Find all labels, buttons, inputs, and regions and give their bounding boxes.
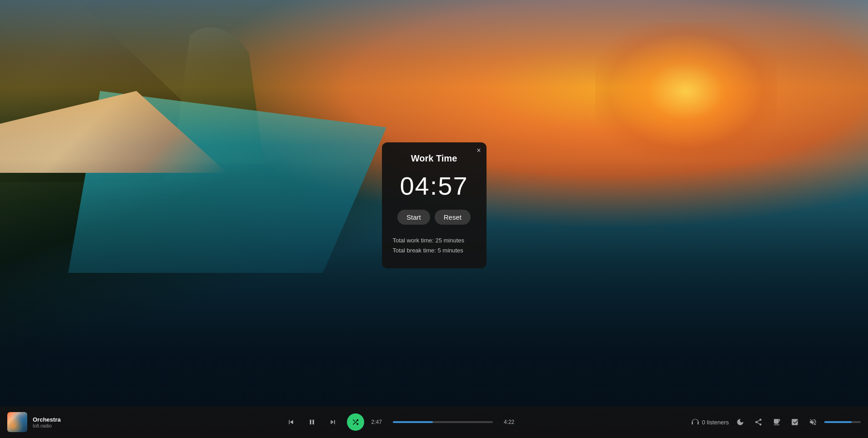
player-center: 2:47 4:22 xyxy=(107,413,691,431)
coffee-button[interactable] xyxy=(770,416,783,428)
listeners-count: 0 listeners xyxy=(702,419,729,426)
controls-row: 2:47 4:22 xyxy=(284,413,515,431)
track-text: Orchestra lofi.radio xyxy=(33,416,60,428)
track-source: lofi.radio xyxy=(33,423,60,428)
start-button[interactable]: Start xyxy=(397,210,430,225)
pause-button[interactable] xyxy=(305,416,319,428)
volume-bar[interactable] xyxy=(824,421,861,423)
track-name: Orchestra xyxy=(33,416,60,423)
work-timer-modal: × Work Time 04:57 Start Reset Total work… xyxy=(382,142,487,268)
timer-display: 04:57 xyxy=(393,171,476,201)
mute-button[interactable] xyxy=(806,416,820,428)
player-right: 0 listeners xyxy=(691,416,861,428)
shuffle-button[interactable] xyxy=(347,413,364,431)
reset-button[interactable]: Reset xyxy=(435,210,471,225)
modal-close-button[interactable]: × xyxy=(477,147,481,154)
forward-button[interactable] xyxy=(326,416,340,428)
album-art xyxy=(7,412,27,432)
progress-bar-fill xyxy=(393,421,433,423)
time-elapsed: 2:47 xyxy=(371,419,382,425)
total-work-time: Total work time: 25 minutes xyxy=(393,236,476,246)
sunset-glow xyxy=(595,23,777,159)
timer-button[interactable] xyxy=(788,416,802,428)
timer-buttons: Start Reset xyxy=(393,210,476,225)
progress-bar[interactable] xyxy=(393,421,493,423)
time-total: 4:22 xyxy=(504,419,514,425)
timer-info: Total work time: 25 minutes Total break … xyxy=(393,236,476,256)
player-bar: Orchestra lofi.radio 2:47 4:22 xyxy=(0,406,868,438)
track-info: Orchestra lofi.radio xyxy=(7,412,107,432)
listeners-badge: 0 listeners xyxy=(691,418,729,426)
modal-title: Work Time xyxy=(393,153,476,164)
total-break-time: Total break time: 5 minutes xyxy=(393,246,476,256)
rewind-button[interactable] xyxy=(284,416,298,428)
share-button[interactable] xyxy=(752,416,765,428)
moon-button[interactable] xyxy=(733,416,747,428)
volume-bar-fill xyxy=(824,421,852,423)
